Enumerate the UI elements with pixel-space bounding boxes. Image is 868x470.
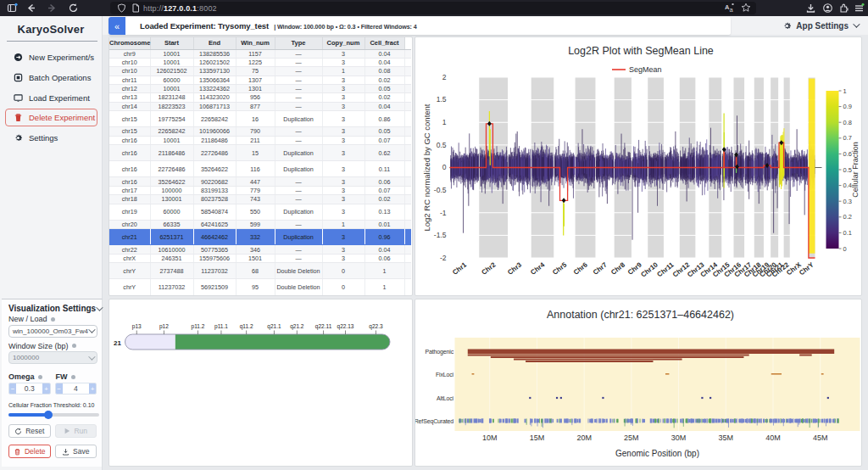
table-cell[interactable]: 1501 xyxy=(236,254,275,262)
refseq-tick[interactable] xyxy=(551,418,552,422)
refseq-tick[interactable] xyxy=(542,419,543,423)
url-bar[interactable]: http://127.0.0.1:8002 Aa xyxy=(110,2,756,14)
table-cell[interactable]: chr17 xyxy=(109,186,150,194)
table-cell[interactable]: 3 xyxy=(322,195,364,204)
table-row[interactable]: chr10100011260215021225—30.04 xyxy=(109,58,411,66)
refseq-tick[interactable] xyxy=(733,419,734,422)
refseq-tick[interactable] xyxy=(688,419,690,422)
refseq-tick[interactable] xyxy=(643,419,645,422)
pathogenic-bar[interactable] xyxy=(526,361,653,362)
table-cell[interactable]: 90220682 xyxy=(193,177,236,186)
table-cell[interactable]: 956 xyxy=(236,93,275,102)
table-cell[interactable]: chr15 xyxy=(109,127,150,136)
refseq-tick[interactable] xyxy=(833,418,834,422)
table-cell[interactable]: 66335 xyxy=(150,220,193,228)
table-row[interactable]: chr1418223523106871713877—30.04 xyxy=(109,102,411,110)
table-cell[interactable]: — xyxy=(275,136,322,144)
table-cell[interactable]: 58540874 xyxy=(193,204,236,220)
back-icon[interactable] xyxy=(25,3,36,14)
table-cell[interactable]: 246351 xyxy=(150,254,193,262)
pathogenic-bar[interactable] xyxy=(491,356,744,358)
table-cell[interactable]: chr20 xyxy=(109,220,150,228)
table-cell[interactable]: Double Deletion xyxy=(275,279,322,295)
refseq-tick[interactable] xyxy=(577,419,578,422)
refseq-tick[interactable] xyxy=(719,419,721,422)
refseq-tick[interactable] xyxy=(615,419,615,423)
table-cell[interactable]: chr9 xyxy=(109,49,150,58)
table-cell[interactable]: — xyxy=(275,220,322,228)
table-cell[interactable]: — xyxy=(275,84,322,92)
table-cell[interactable]: chr21 xyxy=(109,229,150,245)
refseq-tick[interactable] xyxy=(534,418,536,422)
refseq-tick[interactable] xyxy=(481,418,484,422)
table-cell[interactable]: 75 xyxy=(236,67,275,76)
table-cell[interactable]: chr12 xyxy=(109,84,150,92)
table-cell[interactable]: 22658242 xyxy=(193,110,236,126)
table-cell[interactable]: — xyxy=(275,127,322,136)
refseq-tick[interactable] xyxy=(579,419,581,423)
table-cell[interactable]: 133597130 xyxy=(193,67,236,76)
table-cell[interactable]: 3 xyxy=(322,204,364,220)
shield-icon[interactable] xyxy=(117,3,126,13)
refseq-tick[interactable] xyxy=(541,419,542,423)
refseq-tick[interactable] xyxy=(465,418,466,422)
refseq-tick[interactable] xyxy=(728,419,729,423)
refseq-tick[interactable] xyxy=(566,418,568,422)
table-cell[interactable]: 1225 xyxy=(236,58,275,66)
table-cell[interactable]: 0.02 xyxy=(364,195,404,204)
table-cell[interactable]: 21186486 xyxy=(193,136,236,144)
refseq-tick[interactable] xyxy=(479,419,481,422)
table-cell[interactable]: 0.96 xyxy=(364,229,404,245)
table-cell[interactable]: chr16 xyxy=(109,161,150,177)
refseq-tick[interactable] xyxy=(537,419,538,423)
column-header-chromosome[interactable]: Chromosome xyxy=(109,37,150,49)
refseq-tick[interactable] xyxy=(503,419,504,423)
table-cell[interactable]: 1 xyxy=(322,220,364,228)
table-cell[interactable]: 133224362 xyxy=(193,84,236,92)
table-cell[interactable]: chr13 xyxy=(109,93,150,102)
refseq-tick[interactable] xyxy=(627,419,629,423)
column-header-type[interactable]: Type xyxy=(275,37,322,49)
refseq-tick[interactable] xyxy=(626,418,626,422)
sidebar-item-batch-operations[interactable]: Batch Operations xyxy=(0,67,102,87)
refseq-tick[interactable] xyxy=(598,418,600,422)
refseq-tick[interactable] xyxy=(557,419,559,422)
refseq-tick[interactable] xyxy=(511,418,512,422)
table-cell[interactable]: 10001 xyxy=(150,84,193,92)
refseq-tick[interactable] xyxy=(663,419,664,423)
omega-increment-button[interactable]: + xyxy=(42,383,49,394)
refseq-tick[interactable] xyxy=(473,418,475,422)
table-row[interactable]: chr21625137146642462332Duplication30.96 xyxy=(109,229,411,245)
refseq-tick[interactable] xyxy=(709,418,711,422)
refseq-tick[interactable] xyxy=(569,419,570,422)
ideogram-chart[interactable]: 21p13p12p11.2p11.1q11.2q21.1q21.2q22.11q… xyxy=(109,299,412,466)
table-cell[interactable]: 3 xyxy=(322,177,364,186)
ideogram-highlight[interactable] xyxy=(175,334,390,350)
refseq-tick[interactable] xyxy=(612,419,613,423)
refseq-tick[interactable] xyxy=(783,418,784,422)
fixloci-bar[interactable] xyxy=(665,373,669,375)
altloci-point[interactable] xyxy=(556,397,558,399)
table-cell[interactable]: chr16 xyxy=(109,136,150,144)
refseq-tick[interactable] xyxy=(831,419,832,422)
table-cell[interactable]: 0.04 xyxy=(364,245,404,254)
table-cell[interactable]: 3 xyxy=(322,49,364,58)
table-cell[interactable]: 126021502 xyxy=(193,58,236,66)
table-row[interactable]: chr206633564241625599—10.01 xyxy=(109,220,411,228)
refseq-tick[interactable] xyxy=(821,419,822,423)
refseq-tick[interactable] xyxy=(737,418,737,422)
table-cell[interactable]: Duplication xyxy=(275,110,322,126)
altloci-point[interactable] xyxy=(560,397,562,399)
sidebar-item-load-experiment[interactable]: Load Experiment xyxy=(0,87,102,108)
table-cell[interactable]: — xyxy=(275,76,322,84)
table-cell[interactable]: — xyxy=(275,177,322,186)
table-cell[interactable]: 332 xyxy=(236,229,275,245)
table-row[interactable]: chr11600001350663641307—30.02 xyxy=(109,76,411,84)
table-cell[interactable]: 3 xyxy=(322,254,364,262)
app-settings-button[interactable]: App Settings xyxy=(782,16,858,35)
refseq-tick[interactable] xyxy=(539,418,540,422)
table-cell[interactable]: 3 xyxy=(322,144,364,160)
refseq-tick[interactable] xyxy=(747,418,748,422)
table-cell[interactable]: chr11 xyxy=(109,76,150,84)
refseq-tick[interactable] xyxy=(650,418,652,422)
